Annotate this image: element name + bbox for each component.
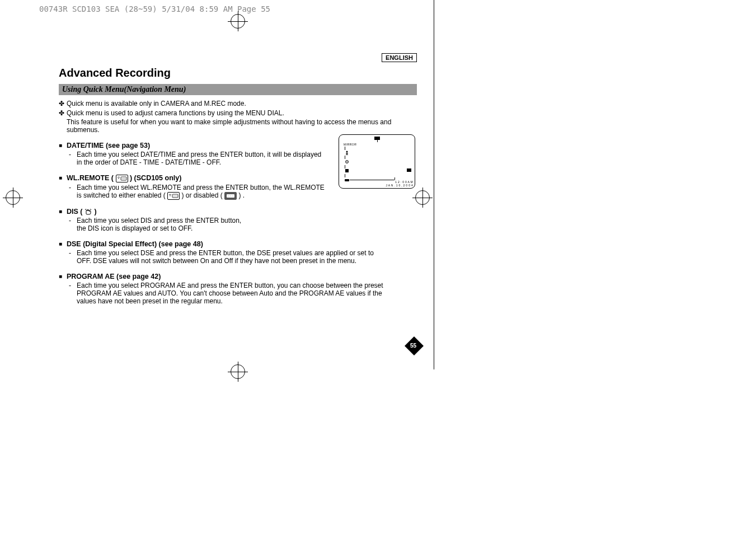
section-programae: PROGRAM AE (see page 42) Each time you s…	[59, 273, 417, 305]
diagram-mirror-label: MIRROR	[344, 143, 356, 146]
svg-point-2	[123, 178, 123, 179]
registration-mark-top-icon	[231, 14, 245, 29]
section-dis-title: DIS ( )	[67, 208, 417, 216]
section-dis-body: Each time you select DIS and press the E…	[77, 217, 250, 232]
remote-disabled-icon	[224, 192, 237, 200]
svg-rect-19	[345, 179, 349, 181]
svg-point-6	[173, 195, 174, 196]
dis-title-suffix: )	[92, 208, 97, 216]
remote-enabled-icon	[116, 175, 128, 182]
wlremote-title-prefix: WL.REMOTE (	[67, 174, 116, 182]
section-programae-body: Each time you select PROGRAM AE and pres…	[77, 282, 390, 305]
diagram-pointer-2-icon	[345, 156, 345, 159]
svg-point-1	[121, 178, 122, 179]
diagram-remote-icon	[345, 178, 349, 182]
svg-point-12	[231, 195, 231, 196]
wlremote-title-suffix: ) (SCD105 only)	[128, 174, 182, 182]
section-dse-body: Each time you select DSE and press the E…	[77, 249, 390, 265]
intro-line-1: Quick menu is available only in CAMERA a…	[67, 100, 417, 107]
svg-point-7	[175, 195, 175, 196]
svg-point-15	[346, 151, 348, 153]
sub-title-bar: Using Quick Menu(Navigation Menu)	[59, 84, 417, 95]
main-title: Advanced Recording	[59, 67, 417, 79]
wlremote-body-mid: ) or disabled (	[180, 191, 224, 199]
svg-point-17	[346, 161, 348, 162]
section-dis: DIS ( ) Each time you select DIS and pre…	[59, 208, 417, 232]
diagram-line-to-time-icon	[350, 180, 395, 180]
registration-mark-right-icon	[415, 190, 430, 205]
fold-line-icon	[434, 0, 434, 369]
intro-line-2-text: Quick menu is used to adjust camera func…	[67, 109, 284, 117]
svg-point-4	[125, 178, 125, 179]
page-number-text: 55	[410, 343, 416, 349]
registration-mark-left-icon	[6, 190, 20, 205]
registration-mark-bottom-icon	[231, 364, 245, 379]
svg-point-11	[228, 195, 229, 196]
svg-rect-18	[345, 169, 349, 172]
dis-hand-icon	[84, 208, 92, 215]
intro-line-3-text: This feature is useful for when you want…	[67, 118, 417, 134]
diagram-date-text: J A N . 1 0 , 2 0 0 4	[386, 184, 413, 187]
section-datetime-body: Each time you select DATE/TIME and press…	[77, 151, 326, 166]
diagram-pointer-top-icon	[377, 140, 378, 142]
intro-line-2: Quick menu is used to adjust camera func…	[67, 109, 417, 134]
diagram-pointer-4-icon	[345, 174, 345, 177]
diagram-wb-icon	[345, 168, 349, 173]
dis-title-prefix: DIS (	[67, 208, 84, 216]
diagram-pointer-1-icon	[345, 147, 345, 150]
diagram-line-vert-icon	[395, 177, 395, 180]
diagram-person-icon	[345, 151, 349, 155]
svg-rect-20	[407, 168, 411, 172]
language-label: ENGLISH	[382, 53, 417, 62]
svg-point-3	[124, 178, 124, 179]
wlremote-body-suffix: ) .	[237, 191, 245, 199]
lcd-diagram: MIRROR 1 2 : 0 0 A M J A N . 1 0 , 2 0 0…	[339, 134, 415, 189]
remote-enabled-inline-icon	[167, 192, 180, 200]
section-dse-title: DSE (Digital Special Effect) (see page 4…	[67, 240, 417, 248]
section-dse: DSE (Digital Special Effect) (see page 4…	[59, 240, 417, 265]
diagram-gear-icon	[345, 160, 349, 164]
diagram-shutter-icon	[407, 168, 411, 172]
svg-point-8	[176, 195, 176, 196]
svg-point-9	[177, 195, 177, 196]
svg-point-13	[233, 195, 233, 196]
section-wlremote-body: Each time you select WL.REMOTE and press…	[77, 184, 326, 200]
section-programae-title: PROGRAM AE (see page 42)	[67, 273, 417, 280]
print-header-text: 00743R SCD103 SEA (28~59) 5/31/04 8:59 A…	[39, 4, 270, 13]
